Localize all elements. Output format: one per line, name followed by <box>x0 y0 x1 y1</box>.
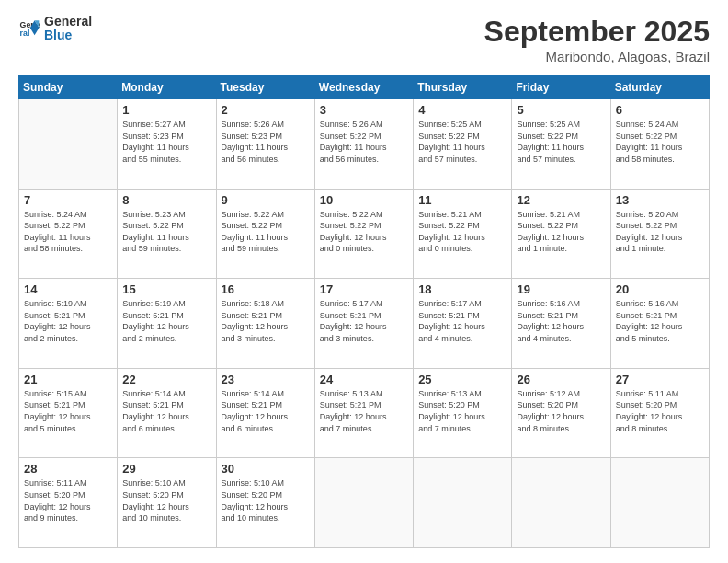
calendar-cell: 28Sunrise: 5:11 AM Sunset: 5:20 PM Dayli… <box>19 458 118 548</box>
calendar-cell: 25Sunrise: 5:13 AM Sunset: 5:20 PM Dayli… <box>414 368 512 458</box>
day-number: 25 <box>418 373 506 386</box>
calendar-cell: 23Sunrise: 5:14 AM Sunset: 5:21 PM Dayli… <box>216 368 314 458</box>
day-info: Sunrise: 5:18 AM Sunset: 5:21 PM Dayligh… <box>222 298 310 344</box>
day-info: Sunrise: 5:13 AM Sunset: 5:21 PM Dayligh… <box>320 388 408 434</box>
day-info: Sunrise: 5:16 AM Sunset: 5:21 PM Dayligh… <box>616 298 704 344</box>
calendar-week-5: 28Sunrise: 5:11 AM Sunset: 5:20 PM Dayli… <box>19 458 710 548</box>
day-number: 24 <box>320 373 408 386</box>
day-number: 19 <box>517 282 605 296</box>
page: Gene ral General Blue September 2025 Mar… <box>0 0 728 563</box>
calendar-cell: 1Sunrise: 5:27 AM Sunset: 5:23 PM Daylig… <box>118 99 216 190</box>
day-number: 11 <box>418 193 506 207</box>
day-number: 2 <box>222 103 310 117</box>
day-info: Sunrise: 5:21 AM Sunset: 5:22 PM Dayligh… <box>418 209 506 255</box>
calendar-cell: 22Sunrise: 5:14 AM Sunset: 5:21 PM Dayli… <box>118 368 216 458</box>
calendar-cell: 6Sunrise: 5:24 AM Sunset: 5:22 PM Daylig… <box>610 99 709 190</box>
calendar-cell: 10Sunrise: 5:22 AM Sunset: 5:22 PM Dayli… <box>314 189 413 279</box>
day-info: Sunrise: 5:25 AM Sunset: 5:22 PM Dayligh… <box>418 119 506 165</box>
calendar-cell: 27Sunrise: 5:11 AM Sunset: 5:20 PM Dayli… <box>610 368 709 458</box>
logo-icon: Gene ral <box>18 17 40 40</box>
calendar-cell: 3Sunrise: 5:26 AM Sunset: 5:22 PM Daylig… <box>314 99 413 190</box>
col-header-monday: Monday <box>118 76 216 99</box>
day-info: Sunrise: 5:10 AM Sunset: 5:20 PM Dayligh… <box>222 477 310 523</box>
calendar-table: SundayMondayTuesdayWednesdayThursdayFrid… <box>18 75 710 548</box>
day-info: Sunrise: 5:13 AM Sunset: 5:20 PM Dayligh… <box>418 388 506 434</box>
day-info: Sunrise: 5:24 AM Sunset: 5:22 PM Dayligh… <box>24 209 112 255</box>
day-info: Sunrise: 5:22 AM Sunset: 5:22 PM Dayligh… <box>320 209 408 255</box>
day-info: Sunrise: 5:22 AM Sunset: 5:22 PM Dayligh… <box>222 209 310 255</box>
day-number: 6 <box>616 103 704 117</box>
calendar-cell: 29Sunrise: 5:10 AM Sunset: 5:20 PM Dayli… <box>118 458 216 548</box>
day-number: 22 <box>122 373 210 386</box>
day-number: 21 <box>24 373 112 386</box>
day-info: Sunrise: 5:25 AM Sunset: 5:22 PM Dayligh… <box>517 119 605 165</box>
col-header-wednesday: Wednesday <box>314 76 413 99</box>
calendar-cell: 24Sunrise: 5:13 AM Sunset: 5:21 PM Dayli… <box>314 368 413 458</box>
calendar-cell: 18Sunrise: 5:17 AM Sunset: 5:21 PM Dayli… <box>414 279 512 369</box>
header: Gene ral General Blue September 2025 Mar… <box>18 15 710 64</box>
logo-text-line2: Blue <box>44 29 92 42</box>
day-info: Sunrise: 5:17 AM Sunset: 5:21 PM Dayligh… <box>418 298 506 344</box>
col-header-saturday: Saturday <box>610 76 709 99</box>
logo-text-line1: General <box>44 15 92 29</box>
day-number: 1 <box>122 103 210 117</box>
day-info: Sunrise: 5:23 AM Sunset: 5:22 PM Dayligh… <box>122 209 210 255</box>
calendar-cell: 30Sunrise: 5:10 AM Sunset: 5:20 PM Dayli… <box>216 458 314 548</box>
calendar-cell: 7Sunrise: 5:24 AM Sunset: 5:22 PM Daylig… <box>19 189 118 279</box>
day-number: 23 <box>222 373 310 386</box>
day-info: Sunrise: 5:21 AM Sunset: 5:22 PM Dayligh… <box>517 209 605 255</box>
day-info: Sunrise: 5:10 AM Sunset: 5:20 PM Dayligh… <box>122 477 210 523</box>
calendar-cell <box>610 458 709 548</box>
day-number: 8 <box>122 193 210 207</box>
day-number: 26 <box>517 373 605 386</box>
calendar-cell: 16Sunrise: 5:18 AM Sunset: 5:21 PM Dayli… <box>216 279 314 369</box>
calendar-week-1: 1Sunrise: 5:27 AM Sunset: 5:23 PM Daylig… <box>19 99 710 190</box>
calendar-cell: 4Sunrise: 5:25 AM Sunset: 5:22 PM Daylig… <box>414 99 512 190</box>
calendar-cell: 14Sunrise: 5:19 AM Sunset: 5:21 PM Dayli… <box>19 279 118 369</box>
day-number: 27 <box>616 373 704 386</box>
day-info: Sunrise: 5:19 AM Sunset: 5:21 PM Dayligh… <box>24 298 112 344</box>
calendar-week-2: 7Sunrise: 5:24 AM Sunset: 5:22 PM Daylig… <box>19 189 710 279</box>
calendar-cell: 15Sunrise: 5:19 AM Sunset: 5:21 PM Dayli… <box>118 279 216 369</box>
day-info: Sunrise: 5:14 AM Sunset: 5:21 PM Dayligh… <box>222 388 310 434</box>
title-block: September 2025 Maribondo, Alagoas, Brazi… <box>484 15 710 64</box>
day-info: Sunrise: 5:11 AM Sunset: 5:20 PM Dayligh… <box>616 388 704 434</box>
day-number: 29 <box>122 462 210 476</box>
day-info: Sunrise: 5:26 AM Sunset: 5:23 PM Dayligh… <box>222 119 310 165</box>
calendar-cell: 5Sunrise: 5:25 AM Sunset: 5:22 PM Daylig… <box>512 99 610 190</box>
day-info: Sunrise: 5:15 AM Sunset: 5:21 PM Dayligh… <box>24 388 112 434</box>
calendar-week-3: 14Sunrise: 5:19 AM Sunset: 5:21 PM Dayli… <box>19 279 710 369</box>
col-header-thursday: Thursday <box>414 76 512 99</box>
day-number: 5 <box>517 103 605 117</box>
day-number: 16 <box>222 282 310 296</box>
calendar-cell <box>414 458 512 548</box>
day-info: Sunrise: 5:20 AM Sunset: 5:22 PM Dayligh… <box>616 209 704 255</box>
day-number: 14 <box>24 282 112 296</box>
day-number: 30 <box>222 462 310 476</box>
day-number: 4 <box>418 103 506 117</box>
day-info: Sunrise: 5:19 AM Sunset: 5:21 PM Dayligh… <box>122 298 210 344</box>
calendar-cell: 11Sunrise: 5:21 AM Sunset: 5:22 PM Dayli… <box>414 189 512 279</box>
day-number: 28 <box>24 462 112 476</box>
location: Maribondo, Alagoas, Brazil <box>484 49 710 64</box>
calendar-cell <box>19 99 118 190</box>
day-number: 17 <box>320 282 408 296</box>
day-number: 9 <box>222 193 310 207</box>
calendar-cell: 19Sunrise: 5:16 AM Sunset: 5:21 PM Dayli… <box>512 279 610 369</box>
day-number: 12 <box>517 193 605 207</box>
day-info: Sunrise: 5:16 AM Sunset: 5:21 PM Dayligh… <box>517 298 605 344</box>
day-info: Sunrise: 5:26 AM Sunset: 5:22 PM Dayligh… <box>320 119 408 165</box>
day-info: Sunrise: 5:27 AM Sunset: 5:23 PM Dayligh… <box>122 119 210 165</box>
col-header-friday: Friday <box>512 76 610 99</box>
calendar-header-row: SundayMondayTuesdayWednesdayThursdayFrid… <box>19 76 710 99</box>
col-header-sunday: Sunday <box>19 76 118 99</box>
day-number: 18 <box>418 282 506 296</box>
calendar-cell: 20Sunrise: 5:16 AM Sunset: 5:21 PM Dayli… <box>610 279 709 369</box>
calendar-cell: 26Sunrise: 5:12 AM Sunset: 5:20 PM Dayli… <box>512 368 610 458</box>
calendar-cell: 21Sunrise: 5:15 AM Sunset: 5:21 PM Dayli… <box>19 368 118 458</box>
calendar-cell: 9Sunrise: 5:22 AM Sunset: 5:22 PM Daylig… <box>216 189 314 279</box>
calendar-cell <box>314 458 413 548</box>
day-number: 10 <box>320 193 408 207</box>
month-title: September 2025 <box>484 15 710 49</box>
day-info: Sunrise: 5:12 AM Sunset: 5:20 PM Dayligh… <box>517 388 605 434</box>
